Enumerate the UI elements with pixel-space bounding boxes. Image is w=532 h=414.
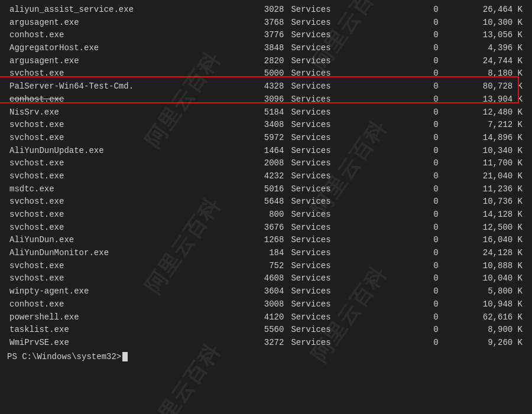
process-pid: 3028	[216, 4, 288, 17]
process-pid: 3408	[216, 119, 288, 132]
process-name: argusagent.exe	[7, 55, 216, 68]
process-mem: 24,744 K	[443, 55, 525, 68]
process-session: Services	[288, 285, 388, 298]
table-row: AggregatorHost.exe 3848 Services 0 4,396…	[7, 42, 525, 55]
process-mem: 10,888 K	[443, 260, 525, 273]
table-row: conhost.exe 3008 Services 0 10,948 K	[7, 298, 525, 311]
process-pid: 3272	[216, 337, 288, 350]
process-mem: 4,396 K	[443, 42, 525, 55]
process-name: conhost.exe	[7, 93, 216, 106]
table-row: argusagent.exe 3768 Services 0 10,300 K	[7, 17, 525, 30]
process-name: svchost.exe	[7, 260, 216, 273]
process-table: aliyun_assist_service.exe 3028 Services …	[7, 4, 525, 350]
process-name: winpty-agent.exe	[7, 285, 216, 298]
process-name: svchost.exe	[7, 170, 216, 183]
process-mem: 16,040 K	[443, 234, 525, 247]
process-pid: 2820	[216, 55, 288, 68]
table-row: svchost.exe 5972 Services 0 14,896 K	[7, 132, 525, 145]
process-session: Services	[288, 55, 388, 68]
process-session: Services	[288, 145, 388, 158]
process-name: svchost.exe	[7, 157, 216, 170]
process-name: AggregatorHost.exe	[7, 42, 216, 55]
process-pid: 5648	[216, 195, 288, 208]
process-session: Services	[288, 337, 388, 350]
table-row: svchost.exe 2008 Services 0 11,700 K	[7, 157, 525, 170]
table-row: PalServer-Win64-Test-Cmd. 4328 Services …	[7, 80, 525, 93]
table-row: conhost.exe 3776 Services 0 13,056 K	[7, 29, 525, 42]
process-session: Services	[288, 298, 388, 311]
process-name: powershell.exe	[7, 311, 216, 324]
process-name: svchost.exe	[7, 272, 216, 285]
process-num: 0	[388, 170, 443, 183]
process-pid: 3776	[216, 29, 288, 42]
process-name: PalServer-Win64-Test-Cmd.	[7, 80, 216, 93]
process-name: AliYunDunMonitor.exe	[7, 247, 216, 260]
process-session: Services	[288, 132, 388, 145]
process-name: AliYunDun.exe	[7, 234, 216, 247]
process-num: 0	[388, 247, 443, 260]
process-num: 0	[388, 208, 443, 221]
process-pid: 2008	[216, 157, 288, 170]
process-pid: 1464	[216, 145, 288, 158]
process-num: 0	[388, 298, 443, 311]
terminal-window: aliyun_assist_service.exe 3028 Services …	[0, 0, 532, 414]
process-pid: 3604	[216, 285, 288, 298]
process-pid: 5560	[216, 324, 288, 337]
process-session: Services	[288, 183, 388, 196]
table-row: msdtc.exe 5016 Services 0 11,236 K	[7, 183, 525, 196]
process-pid: 184	[216, 247, 288, 260]
process-num: 0	[388, 337, 443, 350]
process-pid: 3096	[216, 93, 288, 106]
process-pid: 3008	[216, 298, 288, 311]
process-mem: 26,464 K	[443, 4, 525, 17]
process-name: svchost.exe	[7, 221, 216, 234]
table-row: svchost.exe 800 Services 0 14,128 K	[7, 208, 525, 221]
process-mem: 10,300 K	[443, 17, 525, 30]
process-mem: 80,728 K	[443, 80, 525, 93]
process-name: svchost.exe	[7, 132, 216, 145]
process-name: svchost.exe	[7, 119, 216, 132]
process-pid: 4328	[216, 80, 288, 93]
process-mem: 10,040 K	[443, 272, 525, 285]
process-mem: 13,904 K	[443, 93, 525, 106]
process-mem: 12,480 K	[443, 106, 525, 119]
process-num: 0	[388, 106, 443, 119]
process-session: Services	[288, 80, 388, 93]
process-pid: 4608	[216, 272, 288, 285]
table-row: NisSrv.exe 5184 Services 0 12,480 K	[7, 106, 525, 119]
process-num: 0	[388, 42, 443, 55]
process-mem: 8,180 K	[443, 67, 525, 80]
process-session: Services	[288, 42, 388, 55]
process-session: Services	[288, 195, 388, 208]
table-row: svchost.exe 3408 Services 0 7,212 K	[7, 119, 525, 132]
process-session: Services	[288, 157, 388, 170]
process-mem: 62,616 K	[443, 311, 525, 324]
process-pid: 5016	[216, 183, 288, 196]
process-num: 0	[388, 55, 443, 68]
process-pid: 752	[216, 260, 288, 273]
process-mem: 7,212 K	[443, 119, 525, 132]
process-mem: 9,260 K	[443, 337, 525, 350]
table-row: WmiPrvSE.exe 3272 Services 0 9,260 K	[7, 337, 525, 350]
process-session: Services	[288, 234, 388, 247]
process-pid: 3768	[216, 17, 288, 30]
process-mem: 11,700 K	[443, 157, 525, 170]
process-mem: 5,800 K	[443, 285, 525, 298]
process-mem: 10,736 K	[443, 195, 525, 208]
process-mem: 14,896 K	[443, 132, 525, 145]
process-num: 0	[388, 195, 443, 208]
process-session: Services	[288, 208, 388, 221]
process-session: Services	[288, 4, 388, 17]
process-name: svchost.exe	[7, 208, 216, 221]
process-name: argusagent.exe	[7, 17, 216, 30]
process-num: 0	[388, 145, 443, 158]
process-mem: 10,948 K	[443, 298, 525, 311]
process-name: aliyun_assist_service.exe	[7, 4, 216, 17]
process-pid: 4120	[216, 311, 288, 324]
process-mem: 13,056 K	[443, 29, 525, 42]
table-row: argusagent.exe 2820 Services 0 24,744 K	[7, 55, 525, 68]
process-name: AliYunDunUpdate.exe	[7, 145, 216, 158]
process-mem: 14,128 K	[443, 208, 525, 221]
process-session: Services	[288, 260, 388, 273]
process-session: Services	[288, 221, 388, 234]
